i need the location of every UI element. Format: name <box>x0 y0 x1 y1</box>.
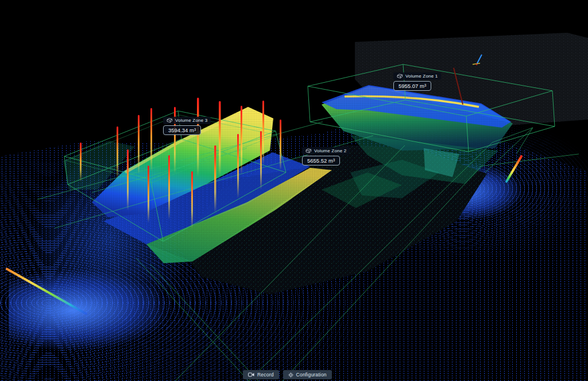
gear-icon <box>288 372 293 378</box>
video-camera-icon <box>248 372 254 377</box>
zone2-annotation[interactable]: Volume Zone 2 5655.52 m³ <box>302 147 350 166</box>
record-button[interactable]: Record <box>243 370 279 379</box>
zone3-annotation[interactable]: Volume Zone 3 3594.34 m³ <box>163 117 211 135</box>
bottom-toolbar: Record Configuration <box>243 370 332 379</box>
zone2-header: Volume Zone 2 <box>302 147 350 155</box>
zone-name: Volume Zone 1 <box>405 74 438 79</box>
configuration-label: Configuration <box>296 372 327 378</box>
zone-volume-value: 5955.07 m³ <box>393 81 431 91</box>
zone1-header: Volume Zone 1 <box>393 72 441 80</box>
record-label: Record <box>257 372 274 378</box>
zone3-header: Volume Zone 3 <box>163 117 211 124</box>
zone-volume-value: 5655.52 m³ <box>302 156 340 166</box>
cube-icon <box>305 148 312 153</box>
zone-name: Volume Zone 3 <box>175 118 207 123</box>
configuration-button[interactable]: Configuration <box>283 370 332 379</box>
zone-name: Volume Zone 2 <box>314 148 346 153</box>
cube-icon <box>167 118 173 123</box>
cube-icon <box>397 74 403 79</box>
point-cloud-scene <box>0 0 588 381</box>
viewport-3d[interactable] <box>0 0 588 381</box>
app-root: { "zones": [ {"name": "Volume Zone 3", "… <box>0 0 588 381</box>
zone-volume-value: 3594.34 m³ <box>163 125 201 135</box>
zone1-annotation[interactable]: Volume Zone 1 5955.07 m³ <box>393 72 441 91</box>
